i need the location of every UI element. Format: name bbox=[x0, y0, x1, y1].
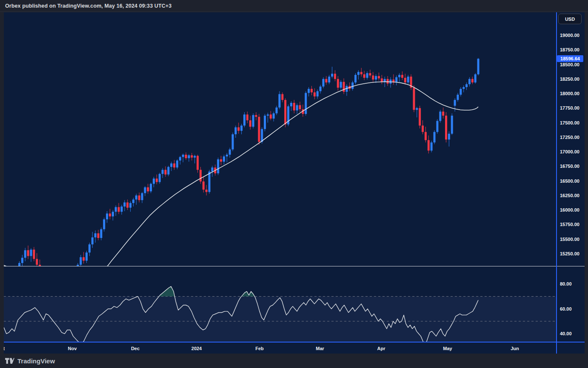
rsi-axis-label: 80.00 bbox=[560, 281, 572, 286]
time-axis-label: May bbox=[443, 346, 452, 351]
price-pane-canvas[interactable] bbox=[4, 12, 556, 266]
price-axis-label: 18000.00 bbox=[560, 91, 579, 96]
time-axis-label: Apr bbox=[377, 346, 385, 351]
tradingview-brand-text: TradingView bbox=[17, 357, 55, 365]
price-axis-label: 18250.00 bbox=[560, 76, 579, 82]
time-axis-label: Feb bbox=[255, 346, 264, 351]
price-axis-label: 17750.00 bbox=[560, 105, 579, 110]
price-axis-label: 15250.00 bbox=[560, 251, 579, 256]
time-axis-label: Nov bbox=[68, 346, 77, 351]
price-axis-label: 17500.00 bbox=[560, 120, 579, 125]
publish-info-bar: Orbex published on TradingView.com, May … bbox=[0, 0, 588, 11]
tradingview-brand[interactable]: TradingView bbox=[5, 357, 55, 365]
price-axis-label: 15500.00 bbox=[560, 237, 579, 242]
price-axis-label: 16250.00 bbox=[560, 193, 579, 198]
price-axis-label: 18750.00 bbox=[560, 47, 579, 52]
price-axis-label: 16750.00 bbox=[560, 164, 579, 169]
time-axis-label: Dec bbox=[131, 346, 140, 351]
price-axis-label: 16000.00 bbox=[560, 207, 579, 212]
price-axis-label: 15750.00 bbox=[560, 222, 579, 227]
right-margin bbox=[585, 12, 588, 354]
chart-region: 19000.0018750.0018500.0018250.0018000.00… bbox=[0, 11, 588, 354]
price-axis-label: 16500.00 bbox=[560, 178, 579, 184]
price-axis-separator bbox=[556, 12, 557, 354]
time-axis[interactable]: OctNovDec2024FebMarAprMayJun bbox=[0, 343, 588, 354]
rsi-axis-label: 40.00 bbox=[560, 331, 572, 336]
time-axis-label: Jun bbox=[511, 346, 519, 351]
time-axis-label: Mar bbox=[316, 346, 324, 351]
currency-usd-button[interactable]: USD bbox=[558, 14, 582, 24]
price-axis-label: 17000.00 bbox=[560, 149, 579, 154]
published-chart-page: { "header": { "title": "Orbex published … bbox=[0, 0, 588, 368]
left-margin bbox=[0, 12, 4, 354]
rsi-pane-canvas[interactable] bbox=[4, 266, 556, 342]
price-axis-label: 17250.00 bbox=[560, 135, 579, 140]
price-axis-label: 19000.00 bbox=[560, 33, 579, 38]
footer-bar: TradingView bbox=[0, 354, 588, 368]
price-axis-label: 18500.00 bbox=[560, 62, 579, 67]
tradingview-logo-icon bbox=[5, 358, 14, 364]
rsi-axis-label: 60.00 bbox=[560, 306, 572, 311]
last-price-label: 18596.64 bbox=[557, 55, 583, 62]
time-axis-label: 2024 bbox=[191, 346, 202, 351]
publish-info-text: Orbex published on TradingView.com, May … bbox=[5, 3, 171, 9]
